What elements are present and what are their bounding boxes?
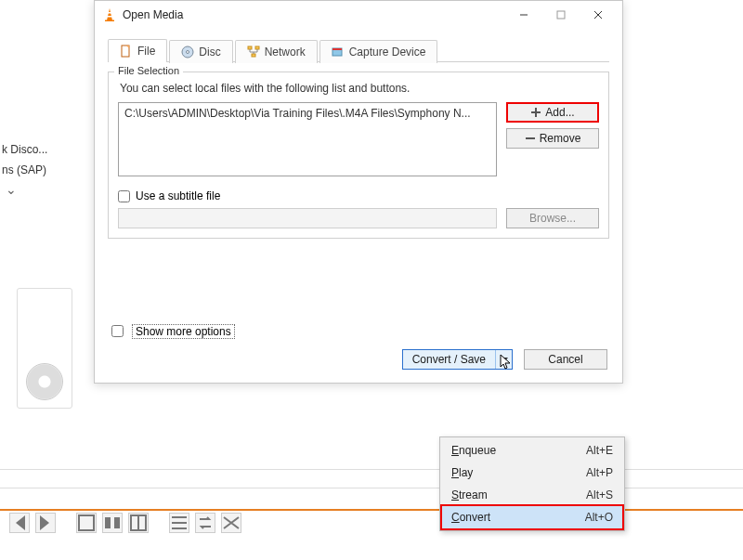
- button-label: Add...: [545, 106, 574, 119]
- show-more-checkbox[interactable]: [111, 325, 124, 337]
- svg-rect-22: [252, 54, 255, 57]
- settings-icon[interactable]: [102, 513, 123, 533]
- use-subtitle-label: Use a subtitle file: [136, 189, 220, 202]
- shortcut-text: Alt+S: [586, 488, 613, 501]
- svg-rect-9: [108, 12, 111, 14]
- tab-label: Disc: [199, 46, 220, 59]
- menu-item-convert[interactable]: Convert Alt+O: [442, 506, 622, 528]
- button-label: Browse...: [529, 212, 576, 225]
- capture-icon: [332, 46, 345, 59]
- svg-rect-10: [107, 16, 111, 18]
- menu-item-play[interactable]: Play Alt+P: [442, 462, 622, 484]
- next-icon[interactable]: [35, 513, 56, 533]
- svg-rect-13: [557, 11, 565, 19]
- button-label: Cancel: [548, 353, 582, 366]
- use-subtitle-checkbox[interactable]: [118, 190, 130, 202]
- plus-icon: [530, 107, 541, 118]
- tab-label: Network: [265, 46, 306, 59]
- file-selection-group: File Selection You can select local file…: [108, 72, 609, 239]
- source-tabs: File Disc Network Capture Device: [108, 38, 609, 62]
- chevron-down-icon: ⌄: [0, 180, 74, 199]
- tab-capture-device[interactable]: Capture Device: [319, 40, 438, 63]
- menu-item-stream[interactable]: Stream Alt+S: [442, 484, 622, 506]
- subtitle-path-field: [118, 208, 497, 228]
- cancel-button[interactable]: Cancel: [524, 349, 607, 370]
- tab-label: Capture Device: [349, 46, 426, 59]
- tab-disc[interactable]: Disc: [169, 40, 232, 63]
- disc-icon: [181, 46, 194, 59]
- background-disc-thumbnail: [17, 288, 72, 409]
- show-more-label: Show more options: [132, 324, 235, 339]
- seek-bar-accent: [0, 509, 743, 511]
- svg-point-19: [187, 51, 189, 54]
- button-label: Remove: [540, 132, 581, 145]
- show-more-options-row[interactable]: Show more options: [108, 322, 609, 340]
- prev-icon[interactable]: [9, 513, 30, 533]
- dialog-footer: Convert / Save Cancel: [108, 349, 609, 370]
- fullscreen-icon[interactable]: [76, 513, 97, 533]
- sidebar-item: ns (SAP): [0, 160, 74, 180]
- svg-marker-8: [107, 8, 112, 20]
- shortcut-text: Alt+P: [586, 466, 613, 479]
- background-sidebar: k Disco... ns (SAP) ⌄: [0, 139, 74, 199]
- playlist-icon[interactable]: [169, 513, 189, 533]
- shortcut-text: Alt+E: [586, 444, 613, 457]
- dialog-title: Open Media: [123, 8, 505, 21]
- svg-rect-2: [114, 517, 120, 528]
- minimize-button[interactable]: [505, 2, 542, 28]
- disc-icon: [26, 363, 63, 400]
- file-selection-instructions: You can select local files with the foll…: [120, 82, 599, 95]
- convert-save-dropdown-arrow[interactable]: [495, 350, 512, 369]
- remove-file-button[interactable]: Remove: [506, 128, 599, 149]
- playback-controls: [9, 513, 241, 533]
- divider: [0, 469, 743, 470]
- file-path: C:\Users\ADMIN\Desktop\Via Training File…: [124, 107, 471, 120]
- open-media-dialog: Open Media File Disc Network Capture Dev: [94, 0, 623, 384]
- convert-save-menu: Enqueue Alt+E Play Alt+P Stream Alt+S Co…: [439, 436, 625, 531]
- shuffle-icon[interactable]: [221, 513, 241, 533]
- add-file-button[interactable]: Add...: [506, 102, 599, 123]
- file-icon: [120, 45, 133, 58]
- cursor-icon: [500, 354, 513, 371]
- divider: [0, 488, 743, 488]
- file-list[interactable]: C:\Users\ADMIN\Desktop\Via Training File…: [118, 102, 497, 176]
- tab-network[interactable]: Network: [235, 40, 318, 63]
- minus-icon: [525, 133, 536, 144]
- loop-icon[interactable]: [195, 513, 215, 533]
- svg-marker-29: [501, 355, 510, 369]
- tab-file[interactable]: File: [108, 39, 167, 62]
- svg-rect-0: [79, 515, 94, 530]
- tab-label: File: [137, 45, 155, 58]
- view-icon[interactable]: [128, 513, 149, 533]
- svg-rect-1: [105, 517, 111, 528]
- svg-rect-24: [332, 48, 342, 50]
- menu-item-enqueue[interactable]: Enqueue Alt+E: [442, 439, 622, 462]
- browse-subtitle-button: Browse...: [506, 208, 599, 228]
- titlebar: Open Media: [95, 1, 622, 29]
- button-label: Convert / Save: [403, 350, 495, 369]
- svg-rect-20: [248, 46, 252, 49]
- close-button[interactable]: [580, 2, 617, 28]
- maximize-button[interactable]: [542, 2, 580, 28]
- vlc-cone-icon: [102, 7, 117, 22]
- svg-rect-21: [255, 46, 259, 49]
- convert-save-button[interactable]: Convert / Save: [402, 349, 513, 370]
- shortcut-text: Alt+O: [585, 511, 613, 524]
- network-icon: [247, 46, 260, 59]
- svg-rect-11: [105, 20, 114, 22]
- sidebar-item: k Disco...: [0, 139, 74, 160]
- group-label: File Selection: [114, 65, 183, 76]
